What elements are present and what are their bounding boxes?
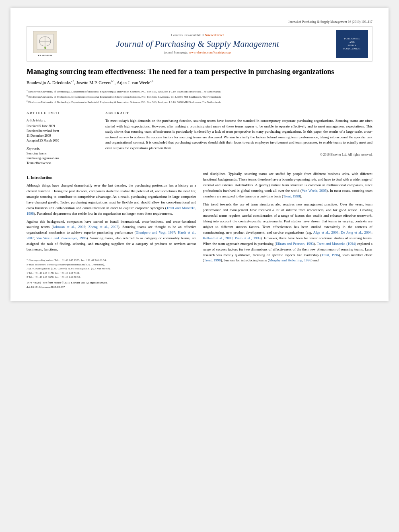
- journal-citation-text: Journal of Purchasing & Supply Managemen…: [288, 20, 372, 24]
- received-date: Received 5 June 2009: [27, 124, 55, 128]
- journal-title: Journal of Purchasing & Supply Managemen…: [63, 39, 332, 49]
- right-para-2: This trend towards the use of team struc…: [203, 202, 372, 263]
- abstract-label: ABSTRACT: [105, 111, 372, 116]
- ref-trent-monczka-1994[interactable]: Trent and Monczka (1994): [317, 242, 356, 246]
- page: Journal of Purchasing & Supply Managemen…: [10, 8, 389, 301]
- author-2: Josette M.P. Gevers: [76, 80, 111, 85]
- ref-vanweele-roz[interactable]: Van Weele and Rozemeijer, 1996: [36, 236, 86, 240]
- abstract-col: ABSTRACT To meet today's high demands on…: [105, 111, 372, 166]
- author-1: Boudewijn A. Driedonks: [27, 80, 71, 85]
- sciencedirect-label: Contents lists available at: [171, 33, 204, 37]
- body-columns: 1. Introduction Although things have cha…: [27, 171, 372, 289]
- ref-trent-1998[interactable]: Trent, 1998: [283, 194, 300, 198]
- email-note: E-mail addresses: contact@boudewijndried…: [27, 263, 196, 267]
- journal-homepage: journal homepage: www.elsevier.com/locat…: [63, 51, 332, 54]
- authors-line: Boudewijn A. Driedonksa,*, Josette M.P. …: [27, 80, 372, 85]
- homepage-label: journal homepage:: [164, 51, 188, 54]
- journal-logo-right: PURCHASING AND SUPPLY MANAGEMENT: [336, 30, 368, 58]
- homepage-link[interactable]: www.elsevier.com/locate/pursup: [189, 51, 231, 54]
- sciencedirect-line: Contents lists available at ScienceDirec…: [63, 33, 332, 37]
- author-3: Arjan J. van Weele: [117, 80, 150, 85]
- journal-citation: Journal of Purchasing & Supply Managemen…: [27, 20, 372, 24]
- sup-1: a,*: [71, 80, 74, 83]
- ref-johnson-2002[interactable]: Johnson et al., 2002: [53, 225, 85, 229]
- affil-a: a Eindhoven University of Technology, De…: [27, 89, 372, 94]
- ref-alge[interactable]: Alge et al., 2003: [313, 230, 339, 234]
- sciencedirect-link[interactable]: ScienceDirect: [205, 33, 224, 37]
- email-cont: J.M.P.Gevers@tue.nl (J.M. Gevers), A.J.v…: [27, 267, 196, 271]
- sup-2: b,1: [111, 80, 115, 83]
- intro-para-2: Against this background, companies have …: [27, 219, 196, 253]
- article-title: Managing sourcing team effectiveness: Th…: [27, 67, 372, 76]
- svg-text:🌿: 🌿: [44, 47, 47, 49]
- keyword-2: Purchasing organizations: [27, 156, 99, 161]
- footnotes: * Corresponding author. Tel.: +31 40 247…: [27, 256, 196, 279]
- ref-giunipero-vogt[interactable]: Giunipero and Vogt, 1997: [136, 230, 175, 234]
- doi: doi:10.1016/j.pursup.2010.03.007: [27, 285, 196, 290]
- tel2-note: 2 Tel.: +31 40 247 3670; fax: +31 40 246…: [27, 275, 196, 279]
- right-para-1: and disciplines. Typically, sourcing tea…: [203, 171, 372, 199]
- intro-heading: 1. Introduction: [27, 175, 196, 181]
- ref-zheng-2007[interactable]: Zheng et al., 2007: [88, 225, 118, 229]
- ref-pinto[interactable]: Pinto et al., 1993: [235, 236, 261, 240]
- ref-dejong[interactable]: De Jong et al., 2004: [341, 230, 371, 234]
- corr-author-note: * Corresponding author. Tel.: +31 40 247…: [27, 258, 196, 263]
- ref-holland[interactable]: Holland et al., 2000: [203, 236, 232, 240]
- received-revised-label: Received in revised form: [27, 129, 59, 133]
- affil-b: b Eindhoven University of Technology, De…: [27, 94, 372, 99]
- article-history: Article history: Received 5 June 2009 Re…: [27, 118, 99, 143]
- journal-title-area: Contents lists available at ScienceDirec…: [59, 33, 336, 54]
- article-info-abstract: ARTICLE INFO Article history: Received 5…: [27, 108, 372, 166]
- abstract-text: To meet today's high demands on the purc…: [105, 118, 372, 151]
- copyright: © 2010 Elsevier Ltd. All rights reserved…: [105, 153, 372, 156]
- intro-para-1: Although things have changed dramaticall…: [27, 183, 196, 217]
- ref-trent-monczka-1998[interactable]: Trent and Monczka, 1998: [27, 206, 196, 216]
- ref-murphy[interactable]: Murphy and Heberling, 1996: [269, 258, 311, 262]
- body-right-col: and disciplines. Typically, sourcing tea…: [203, 171, 372, 289]
- elsevier-brand: ELSEVIER: [38, 54, 52, 57]
- ref-trent-1998b[interactable]: Trent, 1998: [204, 258, 221, 262]
- ref-vanweele-2005[interactable]: Van Weele, 2005: [302, 189, 327, 193]
- keyword-3: Team effectiveness: [27, 161, 99, 166]
- journal-header: 🌿 ELSEVIER Contents lists available at S…: [27, 26, 372, 62]
- sup-3: c,2: [150, 80, 153, 83]
- keywords-block: Keywords: Sourcing teams Purchasing orga…: [27, 146, 99, 166]
- issn-doi: 1478-4092/$ - see front matter © 2010 El…: [27, 281, 196, 290]
- affiliations: a Eindhoven University of Technology, De…: [27, 87, 372, 105]
- tel1-note: 1 Tel.: +31 40 247 4178; fax: +31 40 243…: [27, 271, 196, 275]
- keywords-label: Keywords:: [27, 146, 99, 151]
- ref-trent-1996[interactable]: Trent, 1996: [321, 253, 339, 257]
- history-label: Article history:: [27, 118, 99, 123]
- keyword-1: Sourcing teams: [27, 151, 99, 156]
- elsevier-logo-area: 🌿 ELSEVIER: [31, 31, 59, 57]
- article-info-col: ARTICLE INFO Article history: Received 5…: [27, 111, 99, 166]
- affil-c: c Eindhoven University of Technology, De…: [27, 99, 372, 105]
- received-revised-date: 11 December 2009: [27, 134, 51, 138]
- accepted-date: Accepted 25 March 2010: [27, 139, 59, 142]
- issn: 1478-4092/$ - see front matter © 2010 El…: [27, 281, 196, 285]
- ref-ellram[interactable]: Ellram and Pearson, 1993: [276, 242, 314, 246]
- article-info-label: ARTICLE INFO: [27, 111, 99, 116]
- elsevier-logo-image: 🌿: [33, 31, 57, 53]
- body-left-col: 1. Introduction Although things have cha…: [27, 171, 196, 289]
